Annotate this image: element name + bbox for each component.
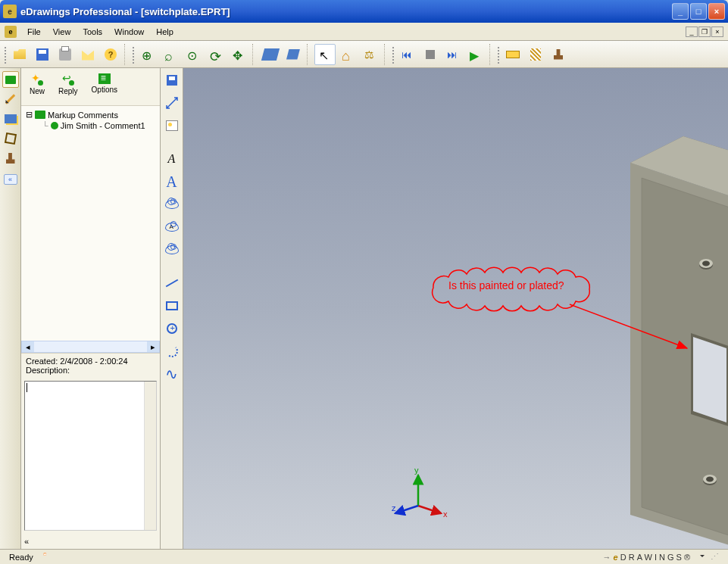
window-close-button[interactable]: ×: [708, 3, 725, 20]
shaded-button[interactable]: [260, 44, 281, 65]
svg-text:y: y: [414, 466, 419, 475]
open-button[interactable]: [9, 44, 30, 65]
tool-line[interactable]: [163, 274, 181, 292]
line-icon: [165, 279, 178, 288]
rotate-button[interactable]: [205, 44, 227, 65]
scroll-left-button[interactable]: ◂: [22, 341, 34, 352]
zoom-in-button[interactable]: [137, 44, 158, 65]
options-label: Options: [92, 86, 117, 94]
tree-item-label: Jim Smith - Comment1: [61, 121, 145, 130]
menu-help[interactable]: Help: [150, 25, 180, 39]
tree-root-label: Markup Comments: [48, 111, 118, 120]
play-icon: [470, 48, 482, 61]
dimension-icon: [165, 96, 179, 110]
viewport-3d[interactable]: Is this painted or plated? x y z: [183, 68, 728, 549]
created-value: 2/4/2008 - 2:00:24: [60, 357, 127, 366]
description-label: Description:: [26, 366, 155, 375]
save-button[interactable]: [32, 44, 53, 65]
stamp-icon: [6, 153, 15, 164]
toolbar-grip[interactable]: [132, 45, 136, 64]
window-maximize-button[interactable]: □: [690, 3, 707, 20]
tool-text[interactable]: A: [163, 173, 181, 191]
mdi-close-button[interactable]: ×: [711, 26, 723, 37]
collapse-left-button[interactable]: «: [4, 174, 17, 185]
tree-root-row[interactable]: ⊟ Markup Comments: [24, 109, 157, 120]
menu-tools[interactable]: Tools: [77, 25, 108, 39]
tool-save-markup[interactable]: [163, 71, 181, 89]
tool-cloud-text[interactable]: [163, 218, 181, 236]
markup-options-button[interactable]: Options: [88, 71, 121, 96]
markup-tree[interactable]: ⊟ Markup Comments └ Jim Smith - Comment1: [21, 106, 160, 341]
perspective-button[interactable]: [283, 44, 304, 65]
resize-grip-icon[interactable]: ⋰: [711, 552, 719, 561]
measure-button[interactable]: [502, 44, 523, 65]
tab-markup[interactable]: [2, 71, 19, 88]
new-icon: [31, 73, 43, 86]
mass-props-button[interactable]: [360, 44, 381, 65]
pan-button[interactable]: [228, 44, 249, 65]
callout-leader: [570, 304, 687, 348]
help-button[interactable]: ?: [100, 44, 121, 65]
tool-rectangle[interactable]: [163, 297, 181, 315]
circle-icon: [167, 323, 177, 334]
menu-view[interactable]: View: [47, 25, 77, 39]
created-label: Created:: [26, 357, 58, 366]
tab-stamp[interactable]: [2, 150, 19, 167]
tab-draw[interactable]: [2, 91, 19, 108]
print-button[interactable]: [55, 44, 76, 65]
tab-layers[interactable]: [2, 111, 19, 127]
text-leader-icon: [168, 152, 176, 166]
tool-arc[interactable]: [163, 342, 181, 360]
tree-hscrollbar[interactable]: ◂ ▸: [21, 341, 160, 353]
section-icon: [530, 48, 541, 61]
section-button[interactable]: [525, 44, 546, 65]
description-textarea[interactable]: [24, 381, 157, 531]
mdi-minimize-button[interactable]: _: [686, 26, 698, 37]
app-logo-icon: e: [5, 26, 17, 38]
next-icon: [447, 48, 459, 61]
window-minimize-button[interactable]: _: [672, 3, 689, 20]
tool-dimension[interactable]: [163, 94, 181, 112]
tree-expander[interactable]: ⊟: [26, 110, 33, 120]
tool-text-leader[interactable]: [163, 150, 181, 168]
menu-file[interactable]: File: [21, 25, 47, 39]
tree-item-row[interactable]: └ Jim Smith - Comment1: [24, 120, 157, 131]
toolbar-grip[interactable]: [392, 45, 395, 64]
markup-new-button[interactable]: New: [26, 71, 48, 98]
text-icon: A: [166, 173, 177, 191]
markup-panel: New Reply Options ⊟ Markup Comments └ Ji…: [21, 68, 161, 549]
stamp-button[interactable]: [548, 44, 569, 65]
tool-image[interactable]: [163, 117, 181, 135]
toolbar-grip[interactable]: [4, 45, 8, 64]
next-button[interactable]: [442, 44, 464, 65]
first-button[interactable]: [397, 44, 418, 65]
home-button[interactable]: [337, 44, 358, 65]
toolbar-grip[interactable]: [497, 45, 501, 64]
arc-icon: [166, 345, 178, 357]
description-vscrollbar[interactable]: [144, 382, 156, 530]
markup-cloud-callout[interactable]: Is this painted or plated?: [418, 257, 706, 372]
tool-spline[interactable]: [163, 365, 181, 383]
stamp-icon: [554, 49, 563, 60]
help-icon: ?: [105, 48, 117, 61]
scroll-right-button[interactable]: ▸: [147, 341, 159, 352]
tool-circle[interactable]: [163, 319, 181, 338]
tab-components[interactable]: [2, 130, 19, 147]
tool-cloud-leader[interactable]: [163, 195, 181, 213]
zoom-area-button[interactable]: [160, 44, 181, 65]
stop-button[interactable]: [420, 44, 441, 65]
play-button[interactable]: [465, 44, 486, 65]
send-button[interactable]: [77, 44, 98, 65]
reply-label: Reply: [58, 87, 78, 95]
toolbar-separator: [252, 44, 257, 65]
zoom-fit-button[interactable]: [183, 44, 204, 65]
menu-window[interactable]: Window: [108, 25, 150, 39]
collapse-panel-button[interactable]: «: [24, 537, 38, 546]
cloud-text-icon: [165, 223, 179, 232]
zoom-fit-icon: [187, 48, 199, 61]
mdi-restore-button[interactable]: ❐: [698, 26, 711, 37]
markup-reply-button[interactable]: Reply: [55, 71, 82, 98]
select-button[interactable]: [314, 44, 336, 65]
measure-icon: [506, 51, 520, 58]
tool-cloud[interactable]: [163, 241, 181, 259]
